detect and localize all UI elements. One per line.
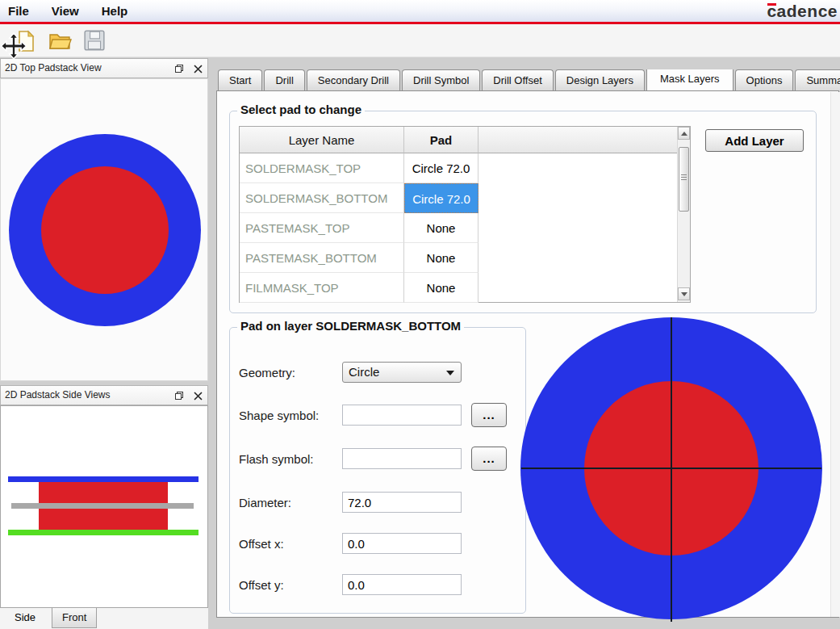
- flash-symbol-label: Flash symbol:: [239, 452, 314, 466]
- tab-drill-symbol[interactable]: Drill Symbol: [402, 69, 480, 90]
- scrollbar-thumb[interactable]: [679, 147, 689, 212]
- side-view-tabbar: Side Front: [0, 608, 208, 629]
- open-folder-glyph: [48, 29, 72, 53]
- scroll-up-icon[interactable]: [678, 127, 690, 140]
- cadence-logo: cadence: [767, 2, 838, 21]
- floppy-glyph: [83, 29, 106, 52]
- table-row-layer[interactable]: FILMMASK_TOP: [240, 273, 404, 303]
- shape-symbol-browse-button[interactable]: ...: [471, 403, 507, 427]
- pad-layers-table: Layer Name Pad SOLDERMASK_TOP Circle 72.…: [239, 126, 691, 303]
- add-layer-button[interactable]: Add Layer: [705, 129, 804, 152]
- crosshair-vertical-line: [671, 317, 672, 622]
- side-view-top-layer-bar: [8, 476, 199, 482]
- table-row-pad[interactable]: None: [404, 273, 479, 303]
- select-pad-title: Select pad to change: [237, 103, 365, 116]
- scroll-down-icon[interactable]: [678, 287, 690, 300]
- pad-editor-title: Pad on layer SOLDERMASK_BOTTOM: [237, 319, 464, 333]
- col-header-layer-name[interactable]: Layer Name: [240, 127, 404, 153]
- offset-y-label: Offset y:: [239, 578, 284, 592]
- close-panel-icon[interactable]: [191, 62, 204, 75]
- geometry-value: Circle: [349, 365, 379, 379]
- float-panel-icon[interactable]: [173, 62, 186, 75]
- tab-mask-layers[interactable]: Mask Layers: [646, 69, 733, 90]
- table-row-layer[interactable]: SOLDERMASK_TOP: [240, 153, 404, 183]
- table-row-layer[interactable]: PASTEMASK_TOP: [240, 213, 404, 243]
- geometry-label: Geometry:: [239, 366, 295, 379]
- col-header-pad[interactable]: Pad: [404, 127, 479, 153]
- shape-symbol-input[interactable]: [342, 405, 462, 426]
- table-row-layer[interactable]: PASTEMASK_BOTTOM: [240, 243, 404, 273]
- tab-secondary-drill[interactable]: Secondary Drill: [307, 69, 400, 90]
- open-file-icon[interactable]: [48, 29, 72, 53]
- side-view-bottom-layer-bar: [8, 530, 199, 535]
- move-cursor-icon: [0, 32, 27, 63]
- tab-side[interactable]: Side: [5, 608, 45, 627]
- table-row-pad[interactable]: None: [404, 213, 479, 243]
- toolbar: [0, 24, 840, 57]
- table-row-layer[interactable]: SOLDERMASK_BOTTOM: [240, 183, 404, 213]
- menu-view[interactable]: View: [40, 0, 90, 22]
- top-view-inner-pad-circle: [41, 166, 169, 294]
- tab-start[interactable]: Start: [218, 69, 262, 90]
- menu-file[interactable]: File: [0, 0, 40, 22]
- close-panel-icon[interactable]: [191, 389, 204, 402]
- pane-edge-strip: [830, 92, 840, 617]
- flash-symbol-browse-button[interactable]: ...: [471, 447, 507, 471]
- side-view-titlebar: 2D Padstack Side Views: [0, 385, 208, 405]
- diameter-input[interactable]: [342, 492, 462, 513]
- table-row-pad[interactable]: Circle 72.0: [404, 153, 479, 183]
- table-row-pad-selected[interactable]: Circle 72.0: [404, 183, 479, 213]
- geometry-select[interactable]: Circle: [342, 362, 462, 383]
- flash-symbol-input[interactable]: [342, 448, 462, 469]
- tab-summary[interactable]: Summary: [795, 69, 840, 90]
- cadence-logo-accent: [767, 3, 776, 6]
- offset-y-input[interactable]: [342, 574, 462, 595]
- tab-drill-offset[interactable]: Drill Offset: [482, 69, 553, 90]
- menu-bar: File View Help: [0, 0, 840, 22]
- save-file-icon[interactable]: [83, 29, 107, 53]
- padstack-editor-window: File View Help cadence: [0, 0, 840, 629]
- col-header-empty: [479, 127, 677, 153]
- side-view-title: 2D Padstack Side Views: [5, 389, 111, 400]
- tab-front[interactable]: Front: [52, 608, 97, 628]
- table-scrollbar[interactable]: [677, 127, 690, 302]
- offset-x-input[interactable]: [342, 533, 462, 554]
- offset-x-label: Offset x:: [239, 537, 284, 551]
- menu-help[interactable]: Help: [90, 0, 140, 22]
- top-view-titlebar: 2D Top Padstack View: [0, 58, 208, 78]
- tab-design-layers[interactable]: Design Layers: [555, 69, 645, 90]
- tab-options[interactable]: Options: [735, 69, 794, 90]
- side-view-mid-layer-bar: [11, 503, 194, 509]
- table-row-pad[interactable]: None: [404, 243, 479, 273]
- float-panel-icon[interactable]: [173, 389, 186, 402]
- tab-drill[interactable]: Drill: [264, 69, 304, 90]
- diameter-label: Diameter:: [239, 496, 291, 509]
- wizard-tabbar: Start Drill Secondary Drill Drill Symbol…: [218, 69, 840, 90]
- chevron-down-icon: [446, 371, 454, 375]
- shape-symbol-label: Shape symbol:: [239, 409, 319, 422]
- top-view-title: 2D Top Padstack View: [5, 62, 102, 73]
